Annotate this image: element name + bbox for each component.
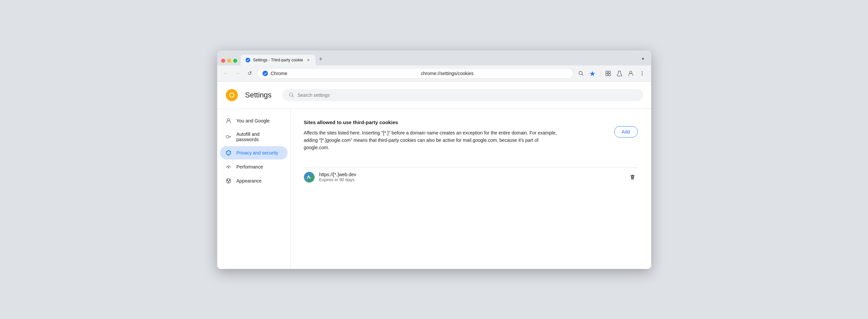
site-favicon xyxy=(304,172,315,182)
delete-cookie-button[interactable] xyxy=(627,172,638,182)
bookmark-star-icon[interactable] xyxy=(587,68,597,79)
svg-point-17 xyxy=(228,168,229,168)
labs-icon-button[interactable] xyxy=(615,68,624,79)
sidebar-item-you-and-google[interactable]: You and Google xyxy=(220,114,287,127)
palette-icon xyxy=(225,177,232,184)
key-icon xyxy=(225,134,232,140)
page-title: Settings xyxy=(245,91,272,99)
search-icon-button[interactable] xyxy=(576,68,586,79)
svg-point-20 xyxy=(229,179,230,180)
minimize-window-button[interactable] xyxy=(227,59,231,63)
sidebar: You and Google Autofill and passwords xyxy=(217,109,290,269)
svg-point-8 xyxy=(642,71,643,72)
new-tab-button[interactable]: + xyxy=(316,54,326,65)
section-description: Affects the sites listed here. Inserting… xyxy=(304,129,564,151)
cookie-url: https://[*.]web.dev xyxy=(319,172,622,177)
profile-icon-button[interactable] xyxy=(626,68,636,79)
chevron-down-icon[interactable]: ▾ xyxy=(639,55,647,63)
sidebar-label-autofill: Autofill and passwords xyxy=(237,132,282,142)
person-icon xyxy=(225,117,232,124)
settings-logo xyxy=(225,88,239,102)
close-window-button[interactable] xyxy=(221,59,225,63)
sidebar-label-you-and-google: You and Google xyxy=(237,118,270,123)
section-header-block: Sites allowed to use third-party cookies… xyxy=(304,119,638,160)
svg-point-10 xyxy=(642,75,643,76)
toolbar-divider xyxy=(600,70,600,77)
site-icon xyxy=(262,70,268,77)
svg-point-13 xyxy=(230,93,234,97)
cookie-entry: https://[*.]web.dev Expires in 90 days xyxy=(304,168,638,186)
svg-point-9 xyxy=(642,73,643,74)
address-bar[interactable]: Chrome chrome://settings/cookies xyxy=(257,68,574,79)
toolbar: ← → ↺ Chrome chrome://settings/cookies xyxy=(217,65,651,82)
shield-icon xyxy=(225,149,232,156)
section-title: Sites allowed to use third-party cookies xyxy=(304,119,608,125)
add-button[interactable]: Add xyxy=(614,126,638,138)
chrome-label: Chrome xyxy=(271,71,418,76)
search-input[interactable] xyxy=(298,92,637,98)
window-controls: ▾ xyxy=(639,55,647,63)
sidebar-item-performance[interactable]: Performance xyxy=(220,160,287,174)
speedometer-icon xyxy=(225,164,232,170)
svg-rect-4 xyxy=(609,71,611,73)
svg-point-16 xyxy=(226,136,229,138)
cookie-expires: Expires in 90 days xyxy=(319,177,622,182)
svg-rect-6 xyxy=(609,74,611,76)
maximize-window-button[interactable] xyxy=(233,59,237,63)
menu-icon-button[interactable] xyxy=(637,68,647,79)
content-area: Sites allowed to use third-party cookies… xyxy=(290,109,651,269)
sidebar-label-privacy: Privacy and security xyxy=(237,150,278,155)
url-display: chrome://settings/cookies xyxy=(421,71,568,76)
sidebar-label-performance: Performance xyxy=(237,164,263,170)
tab-title: Settings - Third-party cookie xyxy=(253,58,303,62)
toolbar-icons xyxy=(576,68,647,79)
traffic-lights xyxy=(221,59,237,63)
title-bar: Settings - Third-party cookie × + ▾ xyxy=(217,50,651,65)
svg-rect-5 xyxy=(606,74,608,76)
back-button[interactable]: ← xyxy=(221,69,230,78)
refresh-button[interactable]: ↺ xyxy=(245,69,254,78)
settings-body: You and Google Autofill and passwords xyxy=(217,109,651,269)
main-content: Settings Y xyxy=(217,82,651,269)
svg-point-21 xyxy=(228,181,229,182)
sidebar-item-appearance[interactable]: Appearance xyxy=(220,174,287,187)
sidebar-item-privacy[interactable]: Privacy and security xyxy=(220,146,287,160)
svg-point-19 xyxy=(227,179,228,180)
extensions-icon-button[interactable] xyxy=(603,68,613,79)
svg-point-1 xyxy=(262,71,268,76)
add-button-column: Add xyxy=(614,126,638,138)
active-tab[interactable]: Settings - Third-party cookie × xyxy=(241,55,316,65)
forward-button[interactable]: → xyxy=(233,69,243,78)
sidebar-label-appearance: Appearance xyxy=(237,178,262,183)
search-icon xyxy=(289,92,294,98)
tab-close-button[interactable]: × xyxy=(306,57,311,63)
browser-window: Settings - Third-party cookie × + ▾ ← → … xyxy=(217,50,651,269)
settings-header: Settings xyxy=(217,82,651,109)
section-text-block: Sites allowed to use third-party cookies… xyxy=(304,119,608,160)
tab-favicon xyxy=(245,57,250,63)
svg-rect-3 xyxy=(606,71,608,73)
sidebar-item-autofill[interactable]: Autofill and passwords xyxy=(220,128,287,145)
cookie-info: https://[*.]web.dev Expires in 90 days xyxy=(319,172,622,182)
search-bar[interactable] xyxy=(282,89,643,101)
